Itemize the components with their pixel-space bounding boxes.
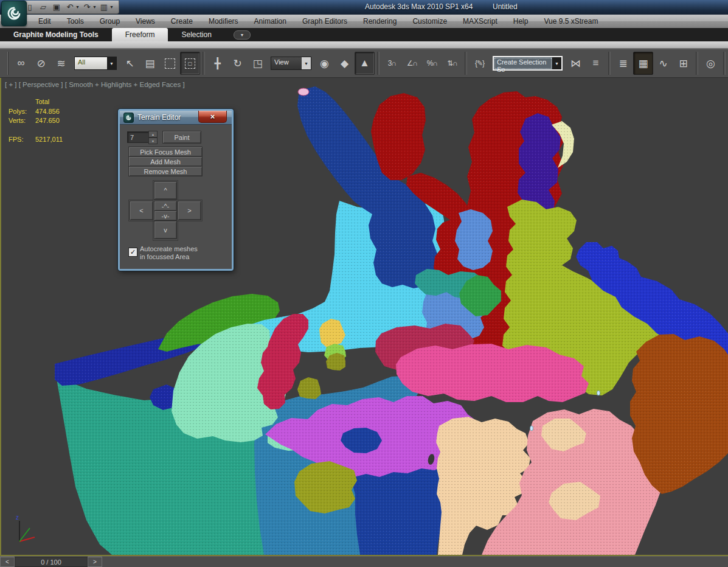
mirror-icon[interactable]: ⋈ — [566, 52, 586, 75]
undo-dropdown-arrow-icon[interactable]: ▼ — [75, 5, 80, 9]
menu-item[interactable]: Animation — [246, 15, 294, 28]
previous-frame-button[interactable]: < — [0, 557, 15, 567]
redo-dropdown-arrow-icon[interactable]: ▼ — [92, 5, 97, 9]
ribbon-overflow-button[interactable]: ▼ — [234, 30, 251, 40]
toolbar-separator — [465, 52, 467, 75]
menu-item[interactable]: Edit — [30, 15, 59, 28]
stats-fps-value: 5217,011 — [35, 135, 63, 145]
vertex-gem-icon — [597, 391, 600, 395]
schematic-view-icon[interactable]: ⊞ — [673, 52, 693, 75]
menu-item[interactable]: Graph Editors — [294, 15, 355, 28]
toolbar-separator — [377, 52, 380, 75]
ribbon-collapsed-strip — [0, 41, 728, 49]
open-file-button[interactable]: ▱ — [37, 2, 49, 12]
select-and-scale-icon[interactable]: ◳ — [248, 52, 268, 75]
menu-item[interactable]: Rendering — [355, 15, 404, 28]
menu-item[interactable]: MAXScript — [455, 15, 505, 28]
save-file-button[interactable]: ▣ — [50, 2, 63, 12]
angle-snap-icon[interactable]: ∠∩ — [402, 52, 422, 75]
focus-right-button[interactable]: > — [178, 201, 201, 220]
selection-filter-dropdown[interactable]: All ▼ — [74, 57, 117, 70]
rectangular-selection-region-icon[interactable] — [160, 52, 180, 75]
menu-item[interactable]: Tools — [59, 15, 92, 28]
max-application-button[interactable] — [1, 1, 27, 26]
focus-center-down-button[interactable]: -v- — [154, 210, 177, 221]
pick-focus-mesh-button[interactable]: Pick Focus Mesh — [128, 147, 203, 157]
keyboard-shortcut-override-toggle[interactable]: ▲ — [355, 52, 375, 75]
remove-mesh-button[interactable]: Remove Mesh — [128, 166, 203, 176]
named-selection-set-arrow-icon[interactable]: ▼ — [552, 57, 561, 69]
align-icon[interactable]: ≡ — [586, 52, 606, 75]
focus-left-button[interactable]: < — [130, 201, 153, 220]
bind-to-space-warp-icon[interactable]: ≋ — [51, 52, 71, 75]
toolbar-separator — [608, 52, 611, 75]
add-mesh-button[interactable]: Add Mesh — [128, 156, 203, 167]
vertex-gem-icon — [530, 426, 533, 431]
close-button[interactable]: × — [198, 111, 227, 123]
menu-item[interactable]: Views — [128, 15, 163, 28]
axis-z-label: z — [16, 514, 19, 521]
focus-up-button[interactable]: ^ — [154, 181, 177, 200]
quick-access-toolbar: ▯ ▱ ▣ ↶ ▼ ↷ ▼ ▥ ▼ — [18, 1, 119, 14]
focus-center-up-button[interactable]: -^- — [154, 201, 177, 211]
selection-filter-arrow-icon[interactable]: ▼ — [107, 57, 116, 69]
use-pivot-point-center-icon[interactable]: ◉ — [314, 52, 335, 75]
terrain-editor-dialog: Terrain Editor × 7 ▲ ▼ Paint Pick Focus … — [118, 109, 234, 271]
perspective-viewport[interactable]: z — [0, 78, 728, 556]
manage-layers-icon[interactable]: ≣ — [613, 52, 633, 75]
spinner-down-icon[interactable]: ▼ — [148, 137, 158, 144]
curve-editor-icon[interactable]: ∿ — [653, 52, 673, 75]
named-selection-set-combo[interactable]: Create Selection Se ▼ — [493, 56, 563, 71]
menu-item[interactable]: Help — [505, 15, 536, 28]
menu-item[interactable]: Modifiers — [201, 15, 246, 28]
material-editor-icon[interactable]: ◎ — [701, 52, 721, 75]
world-axis-gizmo: z — [16, 514, 35, 541]
tab-selection[interactable]: Selection — [168, 28, 224, 41]
menu-item[interactable]: Customize — [404, 15, 455, 28]
time-slider-track[interactable]: 0 / 100 — [15, 557, 88, 567]
focus-down-button[interactable]: v — [154, 221, 177, 239]
graphite-ribbon-toggle-icon[interactable]: ▦ — [633, 52, 653, 75]
brush-size-field[interactable]: 7 — [127, 131, 151, 143]
undo-button[interactable]: ↶ — [64, 2, 76, 12]
ribbon-tab-row: Graphite Modeling Tools Freeform Selecti… — [0, 28, 728, 41]
stats-polys-label: Polys: — [9, 107, 35, 117]
select-and-move-icon[interactable]: ╋ — [207, 52, 227, 75]
select-and-rotate-icon[interactable]: ↻ — [227, 52, 248, 75]
tab-freeform[interactable]: Freeform — [112, 28, 168, 41]
redo-button[interactable]: ↷ — [81, 2, 93, 12]
spinner-up-icon[interactable]: ▲ — [148, 131, 158, 137]
next-frame-button[interactable]: > — [88, 557, 102, 567]
tab-graphite-modeling-tools[interactable]: Graphite Modeling Tools — [0, 28, 112, 41]
select-object-icon[interactable]: ↖ — [120, 52, 140, 75]
unlink-selection-icon[interactable]: ⊘ — [31, 52, 51, 75]
window-crossing-icon: ▢ — [185, 58, 195, 69]
mesh-pink-tip-blob — [298, 88, 309, 96]
percent-snap-icon[interactable]: %∩ — [422, 52, 442, 75]
edit-named-selection-sets-icon[interactable]: {✎} — [470, 52, 490, 75]
paint-button[interactable]: Paint — [162, 131, 201, 144]
terrain-editor-title-bar[interactable]: Terrain Editor × — [120, 111, 232, 125]
menu-item[interactable]: Group — [92, 15, 128, 28]
window-crossing-toggle[interactable]: ▢ — [180, 52, 200, 75]
toolbar-grip[interactable] — [7, 52, 9, 75]
menu-item[interactable]: Vue 9.5 xStream — [536, 15, 606, 28]
brush-size-spinner: ▲ ▼ — [148, 131, 158, 144]
autocreate-checkbox[interactable]: ✓ — [128, 248, 137, 257]
menu-item[interactable]: Create — [163, 15, 201, 28]
reference-coordinate-dropdown[interactable]: View ▼ — [271, 57, 311, 70]
qat-overflow-arrow-icon[interactable]: ▼ — [109, 5, 114, 9]
autocreate-checkbox-label: Autocreate meshes in focussed Area — [140, 245, 198, 261]
select-by-name-icon[interactable]: ▤ — [140, 52, 160, 75]
spinner-snap-icon[interactable]: ⇅∩ — [442, 52, 462, 75]
viewport-label[interactable]: [ + ] [ Perspective ] [ Smooth + Highlig… — [5, 81, 185, 88]
reference-coordinate-value: View — [271, 57, 302, 69]
reference-coordinate-arrow-icon[interactable]: ▼ — [302, 57, 311, 69]
snap-toggle-3d-icon[interactable]: 3∩ — [382, 52, 402, 75]
select-and-manipulate-icon[interactable]: ◆ — [335, 52, 355, 75]
named-selection-set-value[interactable]: Create Selection Se — [494, 57, 552, 69]
terrain-editor-body: 7 ▲ ▼ Paint Pick Focus Mesh Add Mesh Rem… — [120, 125, 232, 269]
viewport-canvas[interactable]: z — [1, 78, 728, 555]
select-and-link-icon[interactable]: ∞ — [11, 52, 31, 75]
project-folder-button[interactable]: ▥ — [98, 2, 110, 12]
